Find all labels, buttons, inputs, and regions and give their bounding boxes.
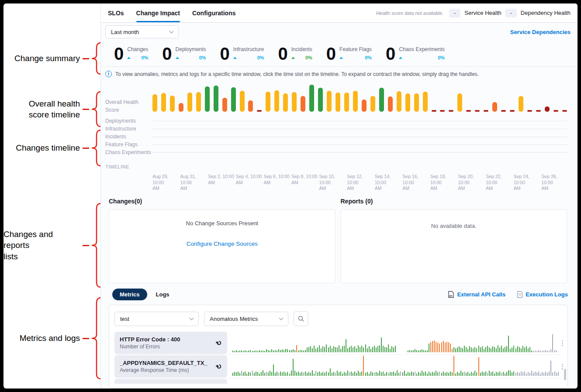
health-score-bar[interactable] (257, 110, 262, 112)
metric-sparkline[interactable] (232, 331, 559, 354)
search-button[interactable] (294, 311, 308, 326)
health-score-bar[interactable] (344, 93, 349, 112)
spark-bar (386, 372, 387, 376)
health-score-bar[interactable] (335, 93, 340, 112)
health-score-bar[interactable] (248, 100, 253, 112)
health-score-bar[interactable] (449, 110, 453, 112)
spark-bar (264, 351, 265, 352)
health-score-bar[interactable] (179, 103, 183, 112)
spark-bar (246, 351, 247, 352)
health-score-bar[interactable] (501, 110, 506, 112)
health-score-bar[interactable] (161, 93, 166, 112)
health-score-bar[interactable] (388, 96, 393, 112)
summary-percent: 0% (141, 55, 148, 60)
metric-sparkline[interactable] (232, 355, 559, 378)
annotation-change-summary: Change summary (3, 42, 89, 75)
health-score-bar[interactable] (266, 92, 270, 112)
summary-item: 0Deployments0% (162, 46, 206, 61)
scrollbar-thumb[interactable] (564, 369, 566, 380)
annotation-label: Changes and reports lists (3, 229, 80, 261)
spark-bar (250, 350, 251, 352)
health-score-bar[interactable] (222, 98, 227, 112)
spark-bar (436, 371, 436, 376)
spark-bar (540, 351, 541, 352)
spark-bar (390, 372, 391, 376)
kebab-menu-icon[interactable] (559, 331, 566, 354)
health-score-bar[interactable] (187, 93, 192, 112)
spark-bar (266, 371, 267, 376)
service-filter-select[interactable]: test (114, 312, 199, 326)
health-score-bar[interactable] (414, 93, 419, 112)
health-score-bar[interactable] (318, 88, 323, 112)
health-score-bar[interactable] (475, 110, 480, 112)
metric-name-card[interactable]: _APPDYNAMICS_DEFAULT_TX_Average Response… (114, 355, 227, 378)
service-dependencies-link[interactable]: Service Dependencies (510, 29, 571, 35)
tab-change-impact[interactable]: Change Impact (136, 3, 180, 22)
tab-metrics[interactable]: Metrics (112, 289, 147, 300)
health-score-bar[interactable] (301, 96, 305, 112)
health-score-bar[interactable] (214, 86, 218, 112)
health-score-bar[interactable] (309, 85, 314, 112)
health-score-bar[interactable] (527, 110, 532, 112)
health-score-bar[interactable] (353, 91, 358, 112)
spark-bar (263, 370, 263, 376)
spark-bar (533, 351, 534, 352)
metric-name-card[interactable] (114, 379, 227, 384)
health-score-bar[interactable] (492, 102, 497, 112)
spark-bar (448, 342, 449, 352)
health-score-bar[interactable] (553, 110, 558, 112)
spark-bar (322, 346, 323, 352)
health-score-bar[interactable] (152, 94, 157, 112)
health-score-bar[interactable] (327, 91, 332, 112)
health-score-bar[interactable] (196, 92, 201, 112)
summary-count: 0 (386, 46, 395, 61)
health-score-bar[interactable] (397, 91, 401, 112)
health-score-bar[interactable] (423, 92, 428, 112)
spark-bar (522, 346, 523, 352)
timeline-date-label: Sep 12, 10:00 AM (347, 174, 375, 192)
tab-configurations[interactable]: Configurations (192, 3, 236, 22)
health-score-bar[interactable] (536, 110, 541, 112)
summary-count: 0 (220, 46, 229, 61)
health-score-bar[interactable] (545, 107, 550, 112)
health-score-bar[interactable] (466, 110, 471, 112)
health-score-bar[interactable] (432, 110, 436, 112)
health-score-bar[interactable] (484, 110, 488, 112)
spark-bar (374, 346, 375, 352)
health-score-bar[interactable] (379, 88, 384, 112)
tab-slos[interactable]: SLOs (108, 3, 124, 22)
health-score-bar[interactable] (362, 100, 367, 112)
spark-bar (535, 351, 536, 352)
health-score-bar[interactable] (170, 96, 175, 112)
tab-logs[interactable]: Logs (156, 291, 169, 298)
health-score-bar[interactable] (562, 110, 567, 112)
spark-bar (310, 373, 311, 376)
timeline-row-infrastructure: Infrastructure (105, 125, 567, 133)
health-score-bar[interactable] (405, 93, 410, 112)
health-score-bar[interactable] (283, 93, 288, 112)
metric-type-select[interactable]: Anomalous Metrics (204, 312, 288, 326)
health-score-bars[interactable] (152, 83, 567, 112)
health-score-bar[interactable] (519, 96, 523, 112)
health-score-bar[interactable] (457, 93, 462, 112)
health-score-bar[interactable] (510, 110, 515, 112)
spark-bar (337, 347, 338, 352)
spark-bar (462, 348, 463, 352)
health-score-bar[interactable] (231, 87, 236, 112)
health-score-bar[interactable] (240, 91, 245, 112)
execution-logs-link[interactable]: Execution Logs (517, 291, 568, 298)
health-score-bar[interactable] (205, 86, 210, 112)
spark-bar (445, 373, 446, 376)
spark-bar (264, 373, 265, 376)
spark-bar (543, 373, 544, 376)
spark-bar (408, 351, 408, 352)
time-range-select[interactable]: Last month (105, 25, 179, 38)
external-api-calls-link[interactable]: API External API Calls (448, 291, 505, 298)
health-score-bar[interactable] (440, 110, 445, 112)
metric-name-card[interactable]: HTTP Error Code : 400Number of Errors (114, 332, 227, 354)
configure-change-sources-link[interactable]: Configure Change Sources (109, 241, 335, 247)
health-score-bar[interactable] (370, 96, 375, 112)
health-score-bar[interactable] (274, 90, 279, 112)
spark-bar (415, 371, 415, 376)
health-score-bar[interactable] (292, 92, 297, 112)
